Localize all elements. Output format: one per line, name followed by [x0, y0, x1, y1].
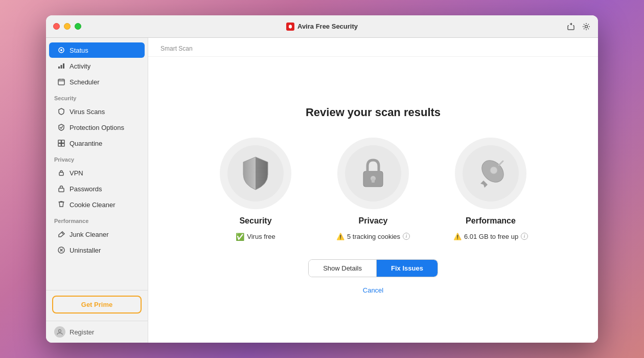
performance-status-text: 6.01 GB to free up	[464, 233, 518, 240]
performance-status-icon: ⚠️	[453, 233, 462, 240]
svg-rect-6	[58, 79, 64, 85]
sidebar-item-virus-scans[interactable]: Virus Scans	[49, 104, 145, 119]
sidebar-item-uninstaller-label: Uninstaller	[70, 247, 101, 254]
performance-card-inner	[463, 145, 519, 202]
main-layout: Status Activity Scheduler S	[46, 38, 598, 343]
sidebar-item-scheduler-label: Scheduler	[70, 78, 100, 86]
sidebar-item-passwords-label: Passwords	[70, 185, 102, 193]
register-row[interactable]: Register	[46, 321, 148, 343]
close-button[interactable]	[53, 23, 60, 30]
minimize-button[interactable]	[64, 23, 71, 30]
privacy-card: Privacy ⚠️ 5 tracking cookies i	[325, 138, 422, 241]
titlebar-actions	[566, 22, 591, 31]
sidebar-item-junk-cleaner[interactable]: Junk Cleaner	[49, 227, 145, 242]
register-avatar	[54, 326, 65, 338]
content-body: Review your scan results	[148, 57, 598, 343]
security-card-status: ✅ Virus free	[236, 233, 275, 241]
privacy-card-inner	[345, 145, 401, 202]
sidebar: Status Activity Scheduler S	[46, 38, 148, 343]
sidebar-item-vpn[interactable]: VPN	[49, 165, 145, 181]
sidebar-item-virus-scans-label: Virus Scans	[70, 108, 105, 116]
lock-graphic	[359, 156, 387, 191]
cookie-cleaner-icon	[57, 200, 65, 209]
sidebar-item-quarantine[interactable]: Quarantine	[49, 136, 145, 151]
privacy-info-icon[interactable]: i	[403, 233, 410, 240]
scheduler-icon	[57, 78, 65, 86]
security-card-inner	[227, 145, 284, 202]
register-label: Register	[70, 328, 94, 336]
app-title: Avira Free Security	[297, 23, 358, 30]
sidebar-privacy-section: Privacy	[46, 151, 148, 165]
passwords-icon	[57, 185, 65, 193]
activity-icon	[57, 62, 65, 70]
vpn-icon	[57, 169, 65, 177]
security-status-text: Virus free	[247, 233, 275, 240]
breadcrumb: Smart Scan	[148, 38, 598, 57]
protection-options-icon	[57, 123, 65, 131]
sidebar-item-protection-options-label: Protection Options	[70, 124, 124, 131]
cancel-link[interactable]: Cancel	[363, 286, 383, 294]
quarantine-icon	[57, 139, 65, 147]
svg-rect-11	[59, 172, 63, 175]
svg-point-0	[585, 25, 588, 28]
status-icon	[57, 46, 65, 54]
sidebar-item-status-label: Status	[70, 47, 88, 54]
svg-rect-12	[59, 188, 64, 192]
privacy-card-circle	[337, 138, 409, 209]
show-details-button[interactable]: Show Details	[309, 260, 377, 277]
maximize-button[interactable]	[75, 23, 81, 30]
action-buttons: Show Details Fix Issues	[308, 259, 438, 277]
performance-info-icon[interactable]: i	[521, 233, 528, 240]
svg-point-2	[60, 49, 62, 51]
scan-cards: Security ✅ Virus free	[207, 138, 539, 241]
traffic-lights	[53, 23, 81, 30]
sidebar-item-quarantine-label: Quarantine	[70, 140, 102, 147]
uninstaller-icon	[57, 246, 65, 254]
svg-point-14	[59, 330, 61, 332]
privacy-status-text: 5 tracking cookies	[347, 233, 400, 240]
security-card-circle	[220, 138, 291, 209]
privacy-status-icon: ⚠️	[336, 233, 344, 240]
svg-rect-17	[372, 178, 375, 183]
settings-button[interactable]	[582, 22, 591, 31]
titlebar: Avira Free Security	[46, 15, 598, 38]
svg-rect-10	[62, 144, 65, 147]
privacy-card-label: Privacy	[359, 216, 388, 226]
security-status-icon: ✅	[236, 233, 244, 241]
rocket-graphic	[473, 156, 508, 191]
sidebar-item-scheduler[interactable]: Scheduler	[49, 74, 145, 90]
sidebar-performance-section: Performance	[46, 213, 148, 226]
sidebar-item-vpn-label: VPN	[70, 169, 83, 177]
svg-rect-3	[58, 66, 60, 69]
scan-title: Review your scan results	[306, 106, 441, 119]
app-window: Avira Free Security	[46, 15, 598, 343]
svg-rect-5	[63, 63, 64, 69]
sidebar-security-section: Security	[46, 90, 148, 103]
sidebar-item-activity-label: Activity	[70, 62, 90, 70]
security-card: Security ✅ Virus free	[207, 138, 304, 241]
sidebar-item-cookie-cleaner-label: Cookie Cleaner	[70, 201, 116, 209]
sidebar-bottom: Get Prime	[46, 290, 148, 321]
security-card-label: Security	[239, 216, 271, 226]
virus-scans-icon	[57, 107, 65, 116]
sidebar-item-protection-options[interactable]: Protection Options	[49, 120, 145, 135]
fix-issues-button[interactable]: Fix Issues	[377, 260, 438, 277]
performance-card-label: Performance	[466, 216, 516, 226]
svg-rect-7	[58, 140, 61, 143]
performance-card-circle	[455, 138, 526, 209]
sidebar-item-passwords[interactable]: Passwords	[49, 181, 145, 196]
svg-rect-9	[58, 144, 61, 147]
titlebar-center: Avira Free Security	[286, 23, 358, 31]
sidebar-item-status[interactable]: Status	[49, 42, 145, 58]
sidebar-item-activity[interactable]: Activity	[49, 58, 145, 74]
sidebar-item-cookie-cleaner[interactable]: Cookie Cleaner	[49, 197, 145, 212]
junk-cleaner-icon	[57, 230, 65, 238]
get-prime-button[interactable]: Get Prime	[52, 296, 142, 314]
performance-card-status: ⚠️ 6.01 GB to free up i	[453, 233, 528, 240]
app-icon	[286, 23, 294, 31]
sidebar-item-uninstaller[interactable]: Uninstaller	[49, 242, 145, 258]
performance-card: Performance ⚠️ 6.01 GB to free up i	[442, 138, 539, 241]
share-button[interactable]	[566, 22, 576, 31]
shield-graphic	[239, 155, 272, 192]
svg-rect-4	[61, 65, 62, 69]
